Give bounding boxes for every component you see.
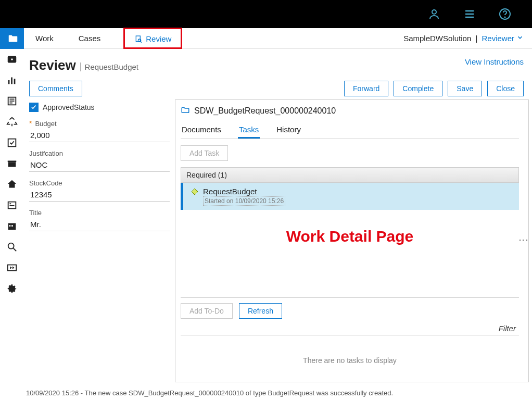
folder-name: SDW_BudgetRequest_000000240010 bbox=[194, 106, 336, 116]
status-bar: 10/09/2020 15:26 - The new case SDW_Budg… bbox=[26, 389, 393, 397]
justification-value[interactable]: NOC bbox=[29, 157, 170, 172]
svg-point-5 bbox=[504, 17, 505, 17]
add-todo-button: Add To-Do bbox=[181, 303, 233, 319]
svg-rect-15 bbox=[8, 139, 16, 147]
resize-handle-icon[interactable]: ⋮ bbox=[518, 235, 529, 244]
user-icon[interactable] bbox=[428, 8, 440, 20]
forward-button[interactable]: Forward bbox=[344, 81, 388, 96]
svg-rect-21 bbox=[8, 223, 16, 230]
tab-work[interactable]: Work bbox=[33, 30, 56, 47]
refresh-button[interactable]: Refresh bbox=[239, 303, 282, 319]
close-button[interactable]: Close bbox=[487, 81, 524, 96]
rail-calendar-icon[interactable] bbox=[0, 216, 24, 236]
app-topbar bbox=[0, 0, 532, 28]
left-icon-rail bbox=[0, 28, 24, 382]
rail-news-icon[interactable] bbox=[0, 91, 24, 111]
approved-status-label: ApprovedStatus bbox=[43, 103, 95, 111]
stockcode-label: StockCode bbox=[29, 179, 62, 187]
budget-label: Budget bbox=[35, 120, 56, 128]
subtab-tasks[interactable]: Tasks bbox=[238, 122, 260, 139]
annotation-text: Work Detail Page bbox=[181, 228, 519, 245]
svg-rect-9 bbox=[11, 78, 12, 84]
form-panel: ApprovedStatus *Budget 2,000 Justifcatio… bbox=[24, 99, 175, 382]
svg-line-29 bbox=[141, 41, 142, 42]
stockcode-value[interactable]: 12345 bbox=[29, 187, 170, 202]
title-value[interactable]: Mr. bbox=[29, 217, 170, 231]
page-context: RequestBudget bbox=[80, 63, 138, 71]
budget-value[interactable]: 2,000 bbox=[29, 128, 170, 142]
task-card[interactable]: RequestBudget Started on 10/09/2020 15:2… bbox=[181, 183, 519, 210]
solution-role-switcher[interactable]: SampleDWSolution | Reviewer bbox=[403, 34, 524, 43]
menu-icon[interactable] bbox=[463, 8, 476, 20]
title-label: Title bbox=[29, 209, 42, 217]
tab-cases[interactable]: Cases bbox=[77, 30, 103, 47]
rail-settings-icon[interactable] bbox=[0, 49, 24, 70]
filter-label[interactable]: Filter bbox=[181, 322, 519, 335]
rail-recycle-icon[interactable] bbox=[0, 111, 24, 132]
review-icon bbox=[134, 35, 143, 43]
subtab-history[interactable]: History bbox=[275, 122, 302, 139]
approved-status-field[interactable]: ApprovedStatus bbox=[29, 103, 170, 112]
task-started: Started on 10/09/2020 15:26 bbox=[203, 196, 285, 206]
subtab-documents[interactable]: Documents bbox=[181, 122, 222, 139]
rail-folder-icon[interactable] bbox=[0, 28, 24, 49]
svg-rect-16 bbox=[8, 162, 16, 167]
svg-rect-22 bbox=[9, 225, 11, 227]
complete-button[interactable]: Complete bbox=[394, 81, 442, 96]
chevron-down-icon bbox=[516, 34, 524, 43]
no-tasks-message: There are no tasks to display bbox=[181, 335, 519, 367]
task-status-icon bbox=[191, 188, 199, 196]
svg-rect-10 bbox=[14, 79, 16, 84]
solution-name: SampleDWSolution bbox=[403, 34, 471, 43]
tab-review[interactable]: Review bbox=[132, 30, 173, 47]
save-button[interactable]: Save bbox=[448, 81, 482, 96]
svg-rect-23 bbox=[11, 225, 13, 227]
rail-archive-icon[interactable] bbox=[0, 153, 24, 174]
rail-home-icon[interactable] bbox=[0, 174, 24, 195]
svg-point-24 bbox=[8, 243, 14, 249]
review-tab-highlight: Review bbox=[123, 28, 182, 49]
tab-review-label: Review bbox=[146, 34, 171, 43]
svg-rect-8 bbox=[8, 80, 10, 84]
required-section-header: Required (1) bbox=[181, 167, 519, 183]
add-task-button: Add Task bbox=[181, 145, 228, 161]
svg-line-25 bbox=[14, 248, 17, 252]
svg-rect-17 bbox=[8, 161, 17, 162]
svg-marker-30 bbox=[192, 189, 198, 195]
task-name: RequestBudget bbox=[203, 187, 257, 196]
work-detail-pane: SDW_BudgetRequest_000000240010 Documents… bbox=[175, 99, 529, 382]
svg-point-0 bbox=[432, 10, 436, 14]
rail-search-icon[interactable] bbox=[0, 236, 24, 257]
justification-label: Justifcation bbox=[29, 149, 63, 157]
rail-gear-icon[interactable] bbox=[0, 278, 24, 299]
role-name: Reviewer bbox=[482, 34, 514, 43]
checkbox-checked-icon[interactable] bbox=[29, 103, 39, 112]
help-icon[interactable] bbox=[499, 8, 511, 20]
work-top-tabs: Work Cases Review SampleDWSolution | Rev… bbox=[24, 28, 532, 49]
page-title: Review RequestBudget bbox=[29, 57, 138, 73]
comments-button[interactable]: Comments bbox=[29, 81, 82, 96]
rail-forward-icon[interactable] bbox=[0, 257, 24, 278]
view-instructions-link[interactable]: View Instructions bbox=[465, 57, 524, 66]
svg-point-7 bbox=[11, 58, 13, 60]
rail-check-icon[interactable] bbox=[0, 132, 24, 153]
rail-chart-icon[interactable] bbox=[0, 70, 24, 91]
rail-form-icon[interactable] bbox=[0, 195, 24, 216]
folder-icon bbox=[181, 105, 190, 117]
